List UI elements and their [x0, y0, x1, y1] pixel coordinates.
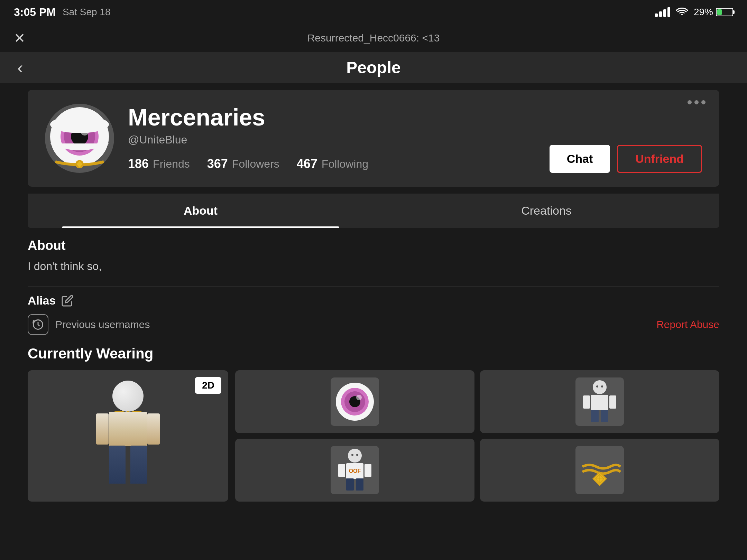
wearing-item-chain[interactable] [480, 439, 719, 502]
svg-rect-34 [346, 478, 354, 491]
char-head [112, 381, 144, 412]
status-date: Sat Sep 18 [63, 7, 111, 18]
wearing-main-view: 2D [28, 370, 228, 502]
svg-rect-35 [356, 478, 363, 491]
character-model [93, 381, 163, 491]
profile-username: @UniteBlue [128, 133, 702, 146]
status-bar: 3:05 PM Sat Sep 18 29% [0, 0, 747, 24]
char-arm-right [147, 413, 160, 445]
action-buttons: Chat Unfriend [550, 145, 702, 173]
about-title: About [28, 238, 719, 253]
svg-rect-24 [591, 410, 599, 422]
followers-stat[interactable]: 367 Followers [207, 157, 279, 171]
svg-rect-21 [591, 395, 608, 410]
friends-stat[interactable]: 186 Friends [128, 157, 190, 171]
status-time: 3:05 PM [14, 6, 56, 19]
alias-row: Alias [28, 294, 719, 307]
edit-icon[interactable] [61, 295, 74, 307]
divider-1 [28, 287, 719, 287]
svg-point-28 [351, 454, 353, 456]
close-button[interactable]: ✕ [14, 30, 26, 46]
profile-card: Mercenaries @UniteBlue 186 Friends 367 F… [28, 90, 719, 187]
chat-button[interactable]: Chat [550, 145, 610, 173]
followers-label: Followers [232, 158, 279, 170]
following-count: 467 [297, 157, 317, 171]
svg-rect-25 [601, 410, 608, 422]
battery-percent: 29% [694, 7, 713, 18]
history-icon-box[interactable] [28, 314, 48, 335]
nav-bar: ‹ People [0, 52, 747, 83]
tabs-bar: About Creations [28, 194, 719, 228]
char-leg-left [109, 446, 126, 484]
svg-rect-33 [365, 464, 371, 477]
prev-usernames-text: Previous usernames [55, 319, 150, 330]
svg-point-18 [593, 380, 607, 394]
clock-icon [32, 318, 44, 331]
followers-count: 367 [207, 157, 228, 171]
top-bar: ✕ Resurrected_Hecc0666: <13 [0, 24, 747, 52]
2d-badge[interactable]: 2D [195, 377, 221, 394]
signal-icon [655, 7, 670, 17]
svg-point-19 [596, 385, 598, 388]
friends-label: Friends [153, 158, 190, 170]
tab-about[interactable]: About [28, 194, 374, 228]
unfriend-button[interactable]: Unfriend [617, 145, 702, 173]
wearing-item-shirt[interactable] [480, 370, 719, 433]
report-abuse-button[interactable]: Report Abuse [656, 319, 719, 330]
wearing-title: Currently Wearing [28, 345, 719, 362]
wearing-grid: 2D [28, 370, 719, 502]
window-title: Resurrected_Hecc0666: <13 [307, 32, 440, 44]
back-button[interactable]: ‹ [17, 57, 23, 77]
char-arm-left [96, 413, 109, 445]
alias-title: Alias [28, 294, 56, 307]
svg-rect-22 [583, 395, 590, 409]
char-body [109, 412, 147, 446]
friends-count: 186 [128, 157, 149, 171]
status-right: 29% [655, 6, 733, 18]
wearing-item-eye[interactable] [235, 370, 474, 433]
following-stat[interactable]: 467 Following [297, 157, 368, 171]
svg-point-20 [601, 385, 603, 388]
bio-text: I don't think so, [28, 260, 719, 273]
svg-point-27 [348, 449, 362, 463]
char-leg-right [130, 446, 147, 484]
profile-name: Mercenaries [128, 104, 702, 131]
wearing-items-grid: OOF [235, 370, 719, 502]
page-title: People [346, 58, 400, 77]
more-options-button[interactable] [688, 100, 706, 104]
svg-point-16 [356, 395, 362, 400]
svg-point-29 [356, 454, 358, 456]
wifi-icon [676, 6, 688, 18]
tab-creations[interactable]: Creations [374, 194, 719, 228]
battery-indicator: 29% [694, 7, 733, 18]
avatar [45, 104, 114, 173]
svg-point-5 [50, 116, 109, 133]
svg-rect-23 [609, 395, 616, 409]
svg-text:OOF: OOF [349, 468, 361, 474]
content-area: About I don't think so, Alias Previous u… [28, 238, 719, 502]
svg-rect-32 [338, 464, 345, 477]
battery-icon [716, 8, 733, 16]
prev-usernames-row: Previous usernames Report Abuse [28, 314, 719, 335]
following-label: Following [322, 158, 368, 170]
wearing-item-logo-shirt[interactable]: OOF [235, 439, 474, 502]
